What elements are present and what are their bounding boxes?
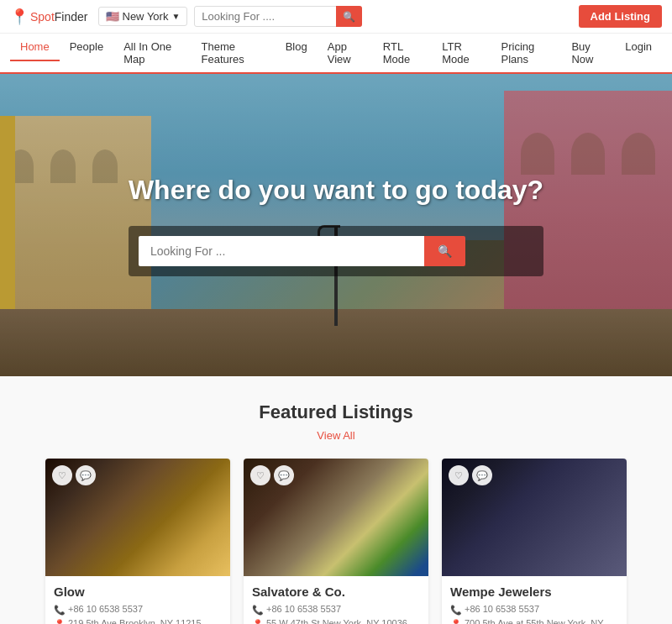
- flag-icon: 🇺🇸: [106, 10, 119, 23]
- nav-item-login: Login: [615, 34, 662, 72]
- location-icon: 📍: [450, 619, 462, 624]
- glow-name: Glow: [54, 585, 222, 599]
- wempe-info: Wempe Jewelers 📞 +86 10 6538 5537 📍 700 …: [442, 576, 627, 624]
- salvatore-phone: 📞 +86 10 6538 5537: [252, 604, 420, 616]
- nav-link-blog[interactable]: Blog: [276, 34, 318, 60]
- logo[interactable]: 📍 SpotFinder: [10, 8, 88, 26]
- location-dropdown[interactable]: 🇺🇸 New York ▼: [98, 7, 188, 26]
- search-icon: 🔍: [343, 11, 355, 23]
- nav-item-ltr: LTR Mode: [432, 34, 491, 72]
- nav-item-map: All In One Map: [113, 34, 191, 72]
- add-listing-button[interactable]: Add Listing: [579, 5, 663, 28]
- salvatore-heart-icon[interactable]: ♡: [250, 465, 270, 485]
- listing-card-wempe: ♡ 💬 Wempe Jewelers 📞 +86 10 6538 5537 📍 …: [442, 459, 627, 624]
- salvatore-info: Salvatore & Co. 📞 +86 10 6538 5537 📍 55 …: [244, 576, 428, 624]
- hero-content: Where do you want to go today? 🔍: [129, 175, 543, 276]
- nav-link-pricing[interactable]: Pricing Plans: [491, 34, 562, 72]
- glow-info: Glow 📞 +86 10 6538 5537 📍 219 5th Ave Br…: [45, 576, 230, 624]
- nav-link-rtl[interactable]: RTL Mode: [373, 34, 432, 72]
- salvatore-actions: ♡ 💬: [250, 465, 294, 485]
- wempe-comment-icon[interactable]: 💬: [472, 465, 492, 485]
- salvatore-name: Salvatore & Co.: [252, 585, 420, 599]
- logo-icon: 📍: [10, 8, 29, 26]
- glow-actions: ♡ 💬: [52, 465, 96, 485]
- nav-item-home: Home: [10, 34, 60, 72]
- featured-section: Featured Listings View All ♡ 💬 Glow 📞 +8…: [0, 376, 672, 624]
- glow-phone: 📞 +86 10 6538 5537: [54, 604, 222, 616]
- listing-image-wempe: ♡ 💬: [442, 459, 627, 576]
- wempe-actions: ♡ 💬: [449, 465, 492, 485]
- location-text: New York: [123, 10, 169, 23]
- header-search-button[interactable]: 🔍: [336, 6, 362, 27]
- header-search: 🔍: [194, 6, 362, 27]
- featured-title: Featured Listings: [17, 401, 655, 423]
- phone-icon: 📞: [54, 605, 66, 616]
- nav-link-buynow[interactable]: Buy Now: [561, 34, 615, 72]
- nav-item-buynow: Buy Now: [561, 34, 615, 72]
- listing-card-glow: ♡ 💬 Glow 📞 +86 10 6538 5537 📍 219 5th Av…: [45, 459, 230, 624]
- main-nav: Home People All In One Map Theme Feature…: [0, 34, 672, 74]
- nav-item-people: People: [60, 34, 113, 72]
- logo-text: SpotFinder: [30, 10, 88, 24]
- nav-link-home[interactable]: Home: [10, 34, 60, 61]
- wempe-phone: 📞 +86 10 6538 5537: [450, 604, 618, 616]
- nav-item-theme: Theme Features: [192, 34, 276, 72]
- nav-link-people[interactable]: People: [60, 34, 113, 60]
- listing-card-salvatore: ♡ 💬 Salvatore & Co. 📞 +86 10 6538 5537 📍…: [244, 459, 428, 624]
- nav-item-blog: Blog: [276, 34, 318, 72]
- wempe-heart-icon[interactable]: ♡: [449, 465, 469, 485]
- chevron-down-icon: ▼: [171, 12, 180, 21]
- salvatore-comment-icon[interactable]: 💬: [274, 465, 294, 485]
- hero-search-input[interactable]: [139, 236, 424, 266]
- nav-item-rtl: RTL Mode: [373, 34, 432, 72]
- hero-section: Where do you want to go today? 🔍: [0, 74, 672, 376]
- nav-list: Home People All In One Map Theme Feature…: [10, 34, 662, 72]
- location-icon: 📍: [252, 619, 264, 624]
- view-all-link[interactable]: View All: [317, 429, 354, 442]
- hero-search-box: 🔍: [129, 226, 543, 276]
- nav-link-login[interactable]: Login: [615, 34, 662, 60]
- glow-address: 📍 219 5th Ave Brooklyn, NY 11215: [54, 618, 222, 624]
- wempe-name: Wempe Jewelers: [450, 585, 618, 599]
- listing-image-salvatore: ♡ 💬: [244, 459, 428, 576]
- nav-item-pricing: Pricing Plans: [491, 34, 562, 72]
- header: 📍 SpotFinder 🇺🇸 New York ▼ 🔍 Add Listing: [0, 0, 672, 34]
- nav-link-ltr[interactable]: LTR Mode: [432, 34, 491, 72]
- phone-icon: 📞: [252, 605, 264, 616]
- hero-title: Where do you want to go today?: [129, 175, 543, 206]
- hero-search-button[interactable]: 🔍: [424, 236, 465, 266]
- view-all-container: View All: [17, 428, 655, 442]
- nav-link-app[interactable]: App View: [318, 34, 373, 72]
- nav-item-app: App View: [318, 34, 373, 72]
- salvatore-address: 📍 55 W 47th St New York, NY 10036: [252, 618, 420, 624]
- glow-comment-icon[interactable]: 💬: [76, 465, 96, 485]
- nav-link-map[interactable]: All In One Map: [113, 34, 191, 72]
- glow-heart-icon[interactable]: ♡: [52, 465, 72, 485]
- phone-icon: 📞: [450, 605, 462, 616]
- nav-link-theme[interactable]: Theme Features: [192, 34, 276, 72]
- wempe-address: 📍 700 5th Ave at 55th New York, NY 10019: [450, 618, 618, 624]
- listings-grid: ♡ 💬 Glow 📞 +86 10 6538 5537 📍 219 5th Av…: [17, 459, 655, 624]
- search-icon: 🔍: [438, 244, 452, 258]
- location-icon: 📍: [54, 619, 66, 624]
- listing-image-glow: ♡ 💬: [45, 459, 230, 576]
